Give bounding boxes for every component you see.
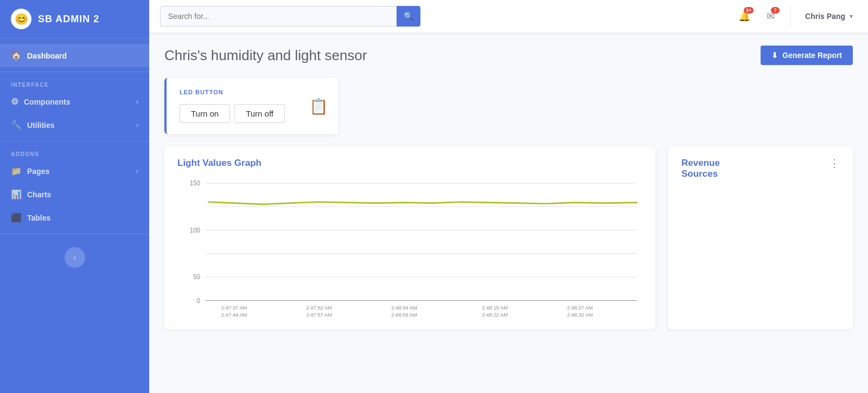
revenue-card-title: RevenueSources xyxy=(681,158,720,179)
svg-text:2:48:32 AM: 2:48:32 AM xyxy=(567,312,593,318)
sidebar-label-dashboard: Dashboard xyxy=(27,51,67,60)
revenue-menu-dots[interactable]: ⋮ xyxy=(829,158,840,169)
svg-text:2:48:09 AM: 2:48:09 AM xyxy=(391,312,417,318)
revenue-card-header: RevenueSources ⋮ xyxy=(681,158,840,179)
search-icon: 🔍 xyxy=(404,11,414,21)
svg-text:2:48:27 AM: 2:48:27 AM xyxy=(567,305,593,311)
svg-text:2:47:52 AM: 2:47:52 AM xyxy=(307,305,333,311)
search-wrap: 🔍 xyxy=(160,6,420,27)
turn-on-button[interactable]: Turn on xyxy=(180,104,230,123)
messages-badge: 7 xyxy=(771,7,780,14)
sidebar-label-components: Components xyxy=(24,98,71,106)
sidebar-item-dashboard[interactable]: 🏠 Dashboard xyxy=(0,44,149,67)
sidebar-item-tables[interactable]: ⬛ Tables xyxy=(0,206,149,229)
light-values-chart-title: Light Values Graph xyxy=(177,158,642,169)
sidebar-section-interface: INTERFACE xyxy=(0,76,149,90)
svg-text:2:48:04 AM: 2:48:04 AM xyxy=(391,305,417,311)
topbar-right: 🔔 3+ ✉ 7 Chris Pang ▾ xyxy=(734,6,857,27)
chevron-icon-components: › xyxy=(136,98,138,106)
svg-text:0: 0 xyxy=(196,297,200,304)
page-header: Chris's humidity and light sensor ⬇ Gene… xyxy=(164,46,853,65)
sidebar-section-addons: ADDONS xyxy=(0,146,149,159)
sidebar-divider-3 xyxy=(0,234,149,234)
notifications-button[interactable]: 🔔 3+ xyxy=(734,6,755,27)
topbar: 🔍 🔔 3+ ✉ 7 Chris Pang ▾ xyxy=(149,0,868,33)
messages-button[interactable]: ✉ 7 xyxy=(760,6,781,27)
svg-text:2:47:44 AM: 2:47:44 AM xyxy=(221,312,247,318)
utilities-icon: 🔧 xyxy=(11,120,22,130)
generate-report-button[interactable]: ⬇ Generate Report xyxy=(761,46,853,65)
notifications-badge: 3+ xyxy=(744,7,754,14)
sidebar-item-charts[interactable]: 📊 Charts xyxy=(0,183,149,206)
charts-icon: 📊 xyxy=(11,189,22,199)
brand[interactable]: 😊 SB ADMIN 2 xyxy=(0,0,149,38)
pages-icon: 📁 xyxy=(11,166,22,176)
svg-text:2:47:37 AM: 2:47:37 AM xyxy=(221,305,247,311)
sidebar-nav: 🏠 Dashboard INTERFACE ⚙ Components › 🔧 U… xyxy=(0,38,149,393)
led-buttons: Turn on Turn off xyxy=(180,104,325,123)
tables-icon: ⬛ xyxy=(11,212,22,223)
page-title: Chris's humidity and light sensor xyxy=(164,47,367,64)
chevron-icon-pages: › xyxy=(136,167,138,175)
sidebar-item-components[interactable]: ⚙ Components › xyxy=(0,90,149,113)
svg-text:2:48:22 AM: 2:48:22 AM xyxy=(482,312,508,318)
led-label: LED BUTTON xyxy=(180,89,325,95)
sidebar-label-utilities: Utilities xyxy=(27,121,55,130)
brand-emoji: 😊 xyxy=(15,12,28,25)
sidebar-label-tables: Tables xyxy=(27,214,50,222)
clipboard-icon: 📋 xyxy=(309,97,328,115)
turn-off-button[interactable]: Turn off xyxy=(234,104,285,123)
svg-text:150: 150 xyxy=(190,179,201,186)
search-input[interactable] xyxy=(160,6,397,27)
chevron-icon-utilities: › xyxy=(136,121,138,129)
charts-row: Light Values Graph 150 100 50 xyxy=(164,147,853,329)
topbar-divider xyxy=(790,7,791,26)
search-button[interactable]: 🔍 xyxy=(397,6,420,27)
components-icon: ⚙ xyxy=(11,96,18,107)
sidebar: 😊 SB ADMIN 2 🏠 Dashboard INTERFACE ⚙ Com… xyxy=(0,0,149,393)
brand-title: SB ADMIN 2 xyxy=(38,14,99,25)
sidebar-item-pages[interactable]: 📁 Pages › xyxy=(0,159,149,183)
main-content: 🔍 🔔 3+ ✉ 7 Chris Pang ▾ Chris's humidity… xyxy=(149,0,868,393)
download-icon: ⬇ xyxy=(771,51,778,60)
sidebar-collapse[interactable]: ‹ xyxy=(0,239,149,276)
page-content: Chris's humidity and light sensor ⬇ Gene… xyxy=(149,33,868,393)
username: Chris Pang xyxy=(805,12,845,21)
sidebar-label-pages: Pages xyxy=(27,167,49,176)
svg-text:100: 100 xyxy=(190,227,201,234)
user-menu[interactable]: Chris Pang ▾ xyxy=(801,12,857,21)
chart-area: 150 100 50 0 2:47:37 AM 2:47:44 AM 2:47:… xyxy=(177,177,642,318)
led-card: LED BUTTON Turn on Turn off 📋 xyxy=(164,78,338,134)
sidebar-item-utilities[interactable]: 🔧 Utilities › xyxy=(0,113,149,137)
collapse-circle[interactable]: ‹ xyxy=(65,247,85,268)
line-chart-svg: 150 100 50 0 2:47:37 AM 2:47:44 AM 2:47:… xyxy=(177,177,642,318)
brand-icon: 😊 xyxy=(11,9,31,29)
svg-text:50: 50 xyxy=(193,273,200,280)
sidebar-divider-1 xyxy=(0,72,149,72)
sidebar-divider-2 xyxy=(0,141,149,141)
generate-report-label: Generate Report xyxy=(782,51,842,60)
svg-text:2:47:57 AM: 2:47:57 AM xyxy=(307,312,333,318)
svg-text:2:48:15 AM: 2:48:15 AM xyxy=(482,305,508,311)
revenue-sources-card: RevenueSources ⋮ xyxy=(668,147,853,329)
sidebar-label-charts: Charts xyxy=(27,190,51,199)
light-values-chart-card: Light Values Graph 150 100 50 xyxy=(164,147,655,329)
user-dropdown-arrow: ▾ xyxy=(850,12,853,20)
dashboard-icon: 🏠 xyxy=(11,50,22,61)
